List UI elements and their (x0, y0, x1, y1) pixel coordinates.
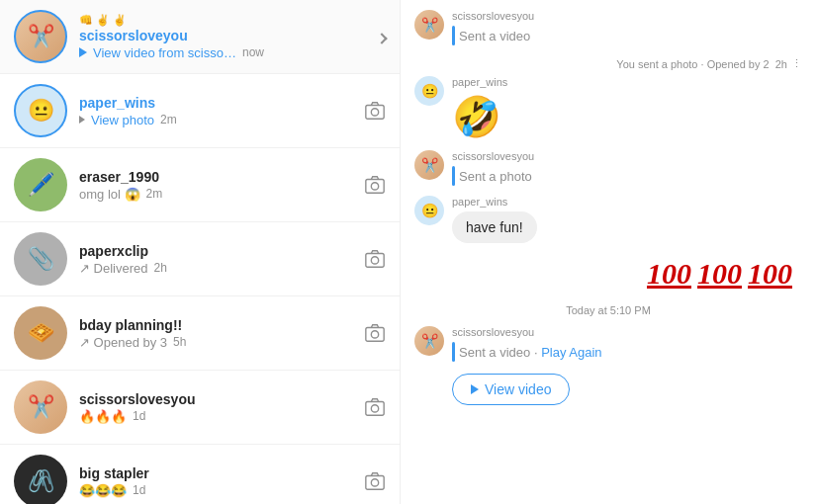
avatar-wrap: 😐 (14, 84, 67, 137)
msg-content: scissorslovesyou Sent a video (452, 10, 534, 45)
conversation-list: ✂️ 👊 ✌️ ✌️ scissorsloveyou View video fr… (0, 0, 400, 504)
message-row: ✂️ scissorslovesyou Sent a video · Play … (414, 326, 802, 405)
avatar: 🖇️ (14, 455, 67, 504)
media-indicator (452, 26, 455, 45)
conv-action-chevron[interactable] (376, 27, 386, 47)
conv-body: bday planning!! ↗ Opened by 3 5h (79, 317, 364, 350)
svg-point-11 (371, 479, 378, 486)
msg-emoji: 🤣 (452, 94, 507, 140)
avatar: 📎 (14, 232, 67, 286)
message-row: ✂️ scissorslovesyou Sent a photo (414, 150, 802, 186)
msg-sender: paper_wins (452, 196, 537, 208)
conversation-item[interactable]: 🧇 bday planning!! ↗ Opened by 3 5h (0, 296, 400, 371)
msg-media: Sent a photo (452, 166, 534, 186)
hundred-emoji-3: 100 (748, 257, 792, 291)
conv-preview: ↗ Opened by 3 5h (79, 335, 364, 350)
conv-body: 👊 ✌️ ✌️ scissorsloveyou View video from … (79, 14, 376, 60)
msg-sender: scissorslovesyou (452, 10, 534, 22)
conv-action-camera[interactable] (364, 174, 386, 196)
view-video-label: View video (485, 381, 551, 397)
conversation-item[interactable]: ✂️ scissorslovesyou 🔥🔥🔥 1d (0, 371, 400, 445)
conv-username: big stapler (79, 465, 364, 481)
conv-timestamp: 1d (133, 409, 145, 423)
msg-media: Sent a video (452, 26, 534, 45)
conv-preview: omg lol 😱 2m (79, 187, 364, 202)
conv-action-camera[interactable] (364, 322, 386, 344)
msg-text: Sent a photo (459, 169, 532, 184)
play-again-link[interactable]: Play Again (541, 345, 601, 360)
conv-timestamp: 5h (173, 335, 186, 349)
avatar-wrap: ✂️ (14, 380, 67, 434)
avatar-wrap: 🖇️ (14, 455, 67, 504)
conv-timestamp: 2m (146, 187, 163, 201)
conv-username: paper_wins (79, 95, 364, 111)
conv-preview: View video from scisso… now (79, 45, 376, 60)
conversation-item[interactable]: 📎 paperxclip ↗ Delivered 2h (0, 222, 400, 296)
camera-icon (364, 174, 386, 196)
camera-icon (364, 322, 386, 344)
msg-bubble: have fun! (452, 211, 537, 243)
conv-action-camera[interactable] (364, 396, 386, 418)
conversation-item[interactable]: ✂️ 👊 ✌️ ✌️ scissorsloveyou View video fr… (0, 0, 400, 74)
conv-timestamp: now (242, 45, 264, 59)
avatar-wrap: 📎 (14, 232, 67, 286)
conversation-item[interactable]: 🖊️ eraser_1990 omg lol 😱 2m (0, 148, 400, 222)
conv-preview-text: 🔥🔥🔥 (79, 409, 127, 424)
system-msg-text: You sent a photo · Opened by 2 2h (616, 58, 787, 70)
hundred-emoji-row: 100 100 100 (414, 257, 802, 291)
conv-username: scissorsloveyou (79, 28, 376, 43)
view-video-button[interactable]: View video (452, 374, 570, 405)
message-row: 😐 paper_wins have fun! (414, 196, 802, 243)
svg-rect-0 (366, 106, 384, 120)
avatar: 🧇 (14, 306, 67, 360)
conv-body: paperxclip ↗ Delivered 2h (79, 243, 364, 276)
conv-preview-text: ↗ Delivered (79, 261, 148, 276)
msg-content: scissorslovesyou Sent a video · Play Aga… (452, 326, 602, 405)
conv-preview-text: ↗ Opened by 3 (79, 335, 167, 350)
avatar-wrap: 🖊️ (14, 158, 67, 211)
conv-body: scissorslovesyou 🔥🔥🔥 1d (79, 391, 364, 424)
msg-options[interactable]: ⋮ (791, 57, 802, 70)
conversation-list-panel: ✂️ 👊 ✌️ ✌️ scissorsloveyou View video fr… (0, 0, 401, 504)
conv-preview-link: View photo (91, 113, 154, 127)
message-row: 😐 paper_wins 🤣 (414, 76, 802, 140)
svg-point-5 (371, 257, 378, 264)
svg-point-7 (371, 331, 378, 338)
system-message-row: You sent a photo · Opened by 2 2h ⋮ (414, 57, 802, 70)
avatar: ✂️ (14, 10, 67, 63)
conv-timestamp: 1d (133, 483, 145, 497)
msg-sender: paper_wins (452, 76, 507, 88)
conv-action-camera[interactable] (364, 100, 386, 122)
conv-preview-link: View video from scisso… (93, 45, 236, 60)
conv-timestamp: 2m (160, 113, 177, 126)
msg-text: Sent a video (459, 29, 530, 43)
camera-icon (364, 396, 386, 418)
msg-avatar: ✂️ (414, 10, 444, 40)
msg-sender: scissorslovesyou (452, 326, 602, 338)
hundred-emoji-1: 100 (647, 257, 691, 291)
chat-panel: ✂️ scissorslovesyou Sent a video You sen… (401, 0, 816, 504)
svg-rect-6 (366, 328, 384, 342)
conversation-item[interactable]: 😐 paper_wins View photo 2m (0, 74, 400, 148)
conv-top-emoji: 👊 ✌️ ✌️ (79, 14, 376, 27)
hundred-emoji-2: 100 (697, 257, 742, 291)
conv-timestamp: 2h (154, 261, 167, 275)
msg-media: Sent a video · Play Again (452, 342, 602, 362)
conv-action-camera[interactable] (364, 470, 386, 492)
chat-messages: ✂️ scissorslovesyou Sent a video You sen… (401, 0, 816, 504)
timestamp-divider: Today at 5:10 PM (414, 304, 802, 316)
conv-body: big stapler 😂😂😂 1d (79, 465, 364, 498)
conv-preview: ↗ Delivered 2h (79, 261, 364, 276)
avatar: 😐 (14, 84, 67, 137)
avatar: 🖊️ (14, 158, 67, 211)
avatar-wrap: ✂️ (14, 10, 67, 63)
conv-username: scissorslovesyou (79, 391, 364, 407)
conv-preview-text: omg lol 😱 (79, 187, 140, 202)
avatar: ✂️ (14, 380, 67, 434)
conv-action-camera[interactable] (364, 248, 386, 270)
msg-text: Sent a video · Play Again (459, 345, 602, 360)
conv-preview: 🔥🔥🔥 1d (79, 409, 364, 424)
conv-username: paperxclip (79, 243, 364, 259)
conversation-item[interactable]: 🖇️ big stapler 😂😂😂 1d (0, 445, 400, 504)
svg-rect-10 (366, 476, 384, 490)
